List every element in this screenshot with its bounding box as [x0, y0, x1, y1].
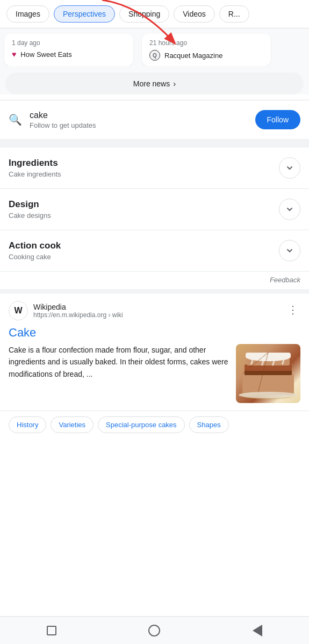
- wiki-image: [236, 344, 300, 403]
- feedback-row: Feedback: [0, 272, 309, 294]
- expandable-content-action_cook: Action cookCooking cake: [9, 240, 61, 261]
- wiki-content: Cake is a flour confection made from flo…: [9, 344, 300, 403]
- nav-back-button[interactable]: [248, 621, 267, 640]
- wiki-source-info: Wikipedia https://en.m.wikipedia.org › w…: [33, 303, 123, 319]
- chevron-down-icon-action_cook[interactable]: [279, 240, 300, 261]
- wikipedia-result: W Wikipedia https://en.m.wikipedia.org ›…: [0, 294, 309, 411]
- news-card-0[interactable]: 1 day ago♥How Sweet Eats: [4, 34, 133, 66]
- follow-query: cake: [30, 111, 248, 120]
- wiki-more-button[interactable]: ⋮: [285, 301, 300, 318]
- nav-tab-videos[interactable]: Videos: [174, 5, 215, 23]
- wiki-title[interactable]: Cake: [9, 326, 300, 340]
- bottom-chip-1[interactable]: Varieties: [51, 416, 94, 433]
- triangle-icon: [253, 625, 262, 636]
- chevron-down-icon-ingredients[interactable]: [279, 157, 300, 179]
- expandable-title-design: Design: [9, 199, 51, 210]
- heart-icon: ♥: [12, 50, 16, 58]
- expandable-content-design: DesignCake designs: [9, 199, 51, 219]
- nav-tab-images[interactable]: Images: [6, 5, 49, 23]
- wiki-source-url: https://en.m.wikipedia.org › wiki: [33, 311, 123, 319]
- more-news-button[interactable]: More news ›: [5, 72, 304, 94]
- news-card-time-0: 1 day ago: [12, 39, 126, 47]
- nav-tabs: ImagesPerspectivesShoppingVideosR...: [0, 0, 309, 28]
- chevron-down-icon-design[interactable]: [279, 199, 300, 220]
- racquet-icon: Q: [149, 50, 160, 61]
- bottom-chip-2[interactable]: Special-purpose cakes: [98, 416, 185, 433]
- follow-text-block: cake Follow to get updates: [30, 111, 248, 129]
- news-card-source-0: ♥How Sweet Eats: [12, 50, 126, 58]
- follow-button[interactable]: Follow: [255, 110, 300, 129]
- svg-point-10: [239, 392, 298, 398]
- expandable-section-design[interactable]: DesignCake designs: [0, 189, 309, 230]
- news-card-time-1: 21 hours ago: [149, 39, 263, 47]
- follow-section: 🔍 cake Follow to get updates Follow: [0, 100, 309, 143]
- news-card-source-1: QRacquet Magazine: [149, 50, 263, 61]
- expandable-section-action_cook[interactable]: Action cookCooking cake: [0, 230, 309, 272]
- expandable-subtitle-design: Cake designs: [9, 211, 51, 219]
- bottom-chip-0[interactable]: History: [9, 416, 46, 433]
- expandable-subtitle-ingredients: Cake ingredients: [9, 170, 61, 178]
- expandable-title-ingredients: Ingredients: [9, 158, 61, 169]
- cake-image-svg: [236, 344, 300, 403]
- nav-tab-perspectives[interactable]: Perspectives: [54, 5, 115, 23]
- follow-subtitle: Follow to get updates: [30, 121, 248, 129]
- wiki-logo: W: [9, 301, 28, 320]
- news-card-source-name-0: How Sweet Eats: [20, 50, 71, 58]
- nav-tab-more[interactable]: R...: [219, 5, 249, 23]
- wiki-description: Cake is a flour confection made from flo…: [9, 344, 228, 380]
- more-news-label: More news: [133, 79, 170, 88]
- expandable-section-ingredients[interactable]: IngredientsCake ingredients: [0, 148, 309, 189]
- square-icon: [47, 626, 56, 635]
- nav-tab-shopping[interactable]: Shopping: [119, 5, 169, 23]
- wiki-source: W Wikipedia https://en.m.wikipedia.org ›…: [9, 301, 123, 320]
- feedback-link[interactable]: Feedback: [270, 276, 300, 284]
- more-news-arrow: ›: [173, 79, 176, 88]
- circle-icon: [148, 625, 160, 636]
- search-icon: 🔍: [9, 113, 22, 126]
- news-cards-container: 1 day ago♥How Sweet Eats21 hours agoQRac…: [0, 34, 309, 66]
- bottom-chips: HistoryVarietiesSpecial-purpose cakesSha…: [0, 411, 309, 438]
- nav-circle-button[interactable]: [145, 621, 164, 640]
- bottom-chip-3[interactable]: Shapes: [189, 416, 229, 433]
- news-card-1[interactable]: 21 hours agoQRacquet Magazine: [142, 34, 271, 66]
- bottom-nav-bar: [0, 616, 309, 644]
- wiki-header: W Wikipedia https://en.m.wikipedia.org ›…: [9, 301, 300, 320]
- expandable-title-action_cook: Action cook: [9, 240, 61, 251]
- news-section: 1 day ago♥How Sweet Eats21 hours agoQRac…: [0, 28, 309, 94]
- expandable-content-ingredients: IngredientsCake ingredients: [9, 158, 61, 178]
- wiki-source-name: Wikipedia: [33, 303, 123, 311]
- svg-rect-4: [245, 371, 292, 375]
- expandable-sections-group: IngredientsCake ingredientsDesignCake de…: [0, 143, 309, 272]
- nav-square-button[interactable]: [42, 621, 61, 640]
- expandable-subtitle-action_cook: Cooking cake: [9, 253, 61, 261]
- news-card-source-name-1: Racquet Magazine: [164, 52, 222, 60]
